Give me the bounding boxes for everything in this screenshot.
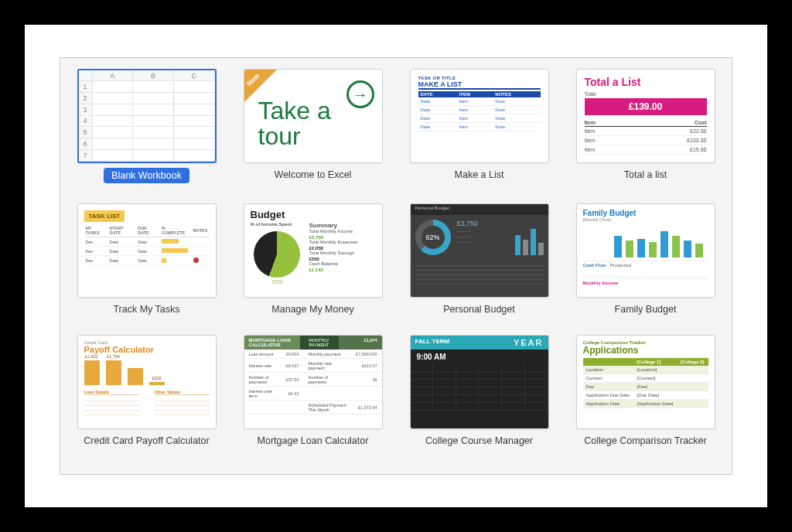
template-blank-workbook[interactable]: A B C 1 2 3 4 5 6 7 Blank Workbook xyxy=(74,69,219,183)
template-label: College Course Manager xyxy=(425,435,533,446)
template-college-course-manager[interactable]: FALL TERMYEAR 9:00 AM College Course Man… xyxy=(407,335,551,446)
template-thumb: TASK OR TITLE MAKE A LIST DATEITEMNOTES … xyxy=(410,69,549,163)
template-label: Manage My Money xyxy=(271,304,353,315)
template-label: Track My Tasks xyxy=(113,304,179,315)
bar-chart-icon: £1,822 £1,794 £206 xyxy=(84,357,210,385)
template-make-a-list[interactable]: TASK OR TITLE MAKE A LIST DATEITEMNOTES … xyxy=(407,69,551,183)
template-thumb: Total a List Total £139.00 ItemCost Item… xyxy=(576,69,715,163)
template-label: College Comparison Tracker xyxy=(584,435,706,446)
arrow-right-icon: → xyxy=(346,80,374,108)
template-thumb: Personal Budget 62% £3,750 — — —— — —— —… xyxy=(410,203,549,298)
template-manage-my-money[interactable]: Budget % of Income Spent 55% Summary Tot… xyxy=(241,203,385,315)
template-credit-card-payoff[interactable]: Credit Card Payoff Calculator £1,822 £1,… xyxy=(74,335,219,446)
template-family-budget[interactable]: Family Budget [Month] [Year] Cash Flow P… xyxy=(573,203,718,315)
template-label: Make a List xyxy=(455,169,504,180)
template-gallery: A B C 1 2 3 4 5 6 7 Blank Workbook New →… xyxy=(60,57,732,475)
template-label: Total a list xyxy=(624,169,667,180)
template-thumb: New → Take a tour xyxy=(244,69,383,163)
template-label: Personal Budget xyxy=(443,304,514,315)
donut-chart-icon: 62% xyxy=(415,220,451,255)
template-college-comparison[interactable]: College Comparison Tracker Applications … xyxy=(573,335,718,446)
bar-chart-icon xyxy=(515,220,544,255)
pie-chart-icon xyxy=(254,231,300,278)
template-thumb: Budget % of Income Spent 55% Summary Tot… xyxy=(244,203,383,298)
flag-icon xyxy=(193,257,199,263)
template-personal-budget[interactable]: Personal Budget 62% £3,750 — — —— — —— —… xyxy=(407,203,551,315)
template-label: Welcome to Excel xyxy=(275,169,352,180)
template-track-my-tasks[interactable]: TASK LIST MY TASKSSTART DATE DUE DATE% C… xyxy=(74,203,219,315)
template-thumb: A B C 1 2 3 4 5 6 7 xyxy=(77,69,217,163)
template-label: Mortgage Loan Calculator xyxy=(258,435,369,446)
template-label: Family Budget xyxy=(615,304,677,315)
template-mortgage-loan[interactable]: MORTGAGE LOAN CALCULATOR MONTHLY PAYMENT… xyxy=(241,335,385,446)
template-thumb: TASK LIST MY TASKSSTART DATE DUE DATE% C… xyxy=(77,203,217,298)
template-thumb: Credit Card Payoff Calculator £1,822 £1,… xyxy=(77,335,217,429)
template-thumb: College Comparison Tracker Applications … xyxy=(576,335,715,429)
template-thumb: Family Budget [Month] [Year] Cash Flow P… xyxy=(576,203,715,298)
template-label: Blank Workbook xyxy=(104,168,189,183)
template-thumb: FALL TERMYEAR 9:00 AM xyxy=(410,335,549,429)
template-total-a-list[interactable]: Total a List Total £139.00 ItemCost Item… xyxy=(573,69,718,183)
template-welcome-to-excel[interactable]: New → Take a tour Welcome to Excel xyxy=(241,69,385,183)
template-label: Credit Card Payoff Calculator xyxy=(84,435,209,446)
bar-chart-icon xyxy=(614,227,708,257)
template-thumb: MORTGAGE LOAN CALCULATOR MONTHLY PAYMENT… xyxy=(244,335,383,429)
